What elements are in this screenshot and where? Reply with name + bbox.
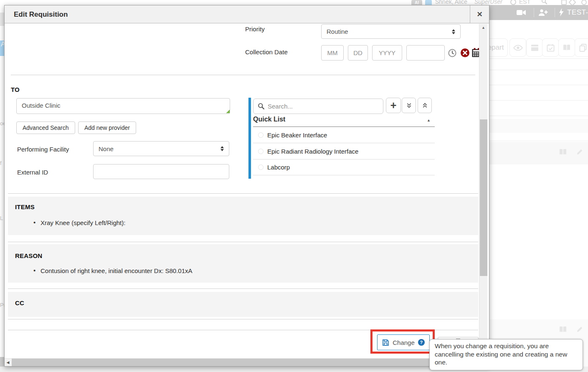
- environment-bar: TEST-: [489, 5, 588, 20]
- provider-search-input[interactable]: [268, 103, 372, 110]
- section-divider: [11, 75, 475, 75]
- chart-button[interactable]: [558, 38, 575, 57]
- book-icon[interactable]: [559, 149, 567, 155]
- background-left-edge: A oe f L Pr er: [0, 5, 4, 367]
- horizontal-scroll-thumb[interactable]: [12, 359, 476, 366]
- external-id-input[interactable]: [93, 164, 229, 179]
- toolbar-arrow-icon: [568, 0, 576, 5]
- double-chevron-down-icon: [406, 102, 412, 109]
- external-id-label: External ID: [17, 169, 48, 176]
- timezone-label: EST: [519, 0, 530, 5]
- scroll-up-arrow[interactable]: ▲: [479, 24, 487, 31]
- copy-icon: [579, 44, 587, 52]
- archive-icon: [531, 44, 539, 51]
- radio-icon[interactable]: [258, 164, 264, 170]
- radio-icon[interactable]: [258, 132, 264, 138]
- cc-section: CC: [8, 292, 478, 317]
- page-root: AI Shnek, Alice SuperUser EST A oe f L P…: [0, 0, 588, 372]
- hidden-button-fragment: [0, 13, 4, 26]
- section-divider: [8, 288, 478, 289]
- scroll-left-arrow[interactable]: ◀: [5, 359, 11, 366]
- date-day-input[interactable]: [348, 45, 368, 61]
- clock-icon: [510, 0, 516, 5]
- radio-icon[interactable]: [258, 149, 264, 154]
- lightning-icon[interactable]: [559, 8, 564, 17]
- quick-list-title: Quick List: [253, 116, 285, 123]
- reason-section: REASON Contusion of right knee, initial …: [8, 244, 478, 283]
- clear-date-icon[interactable]: [461, 48, 469, 57]
- pencil-icon[interactable]: [576, 148, 583, 155]
- background-topbar: AI Shnek, Alice SuperUser EST: [0, 0, 588, 5]
- help-icon[interactable]: ?: [418, 339, 425, 346]
- date-month-input[interactable]: [321, 45, 344, 61]
- date-time-input[interactable]: [406, 45, 445, 61]
- pencil-icon[interactable]: [576, 326, 583, 333]
- reason-entry: Contusion of right knee, initial encount…: [41, 267, 193, 274]
- reason-heading: REASON: [15, 252, 42, 259]
- collection-date-label: Collection Date: [245, 48, 288, 56]
- quick-list-item[interactable]: Epic Radiant Radiology Interface: [253, 143, 435, 159]
- change-label: Change: [393, 339, 415, 346]
- section-divider: [8, 242, 478, 242]
- recipient-textarea[interactable]: Outside Clinic: [16, 98, 230, 114]
- collapse-all-button[interactable]: [418, 98, 432, 113]
- add-person-icon[interactable]: [538, 9, 549, 16]
- save-icon: [382, 339, 389, 346]
- item-entry: Xray Knee (specify Left/Right):: [41, 219, 125, 226]
- section-divider: [8, 330, 478, 330]
- priority-value: Routine: [327, 28, 452, 35]
- performing-facility-select[interactable]: None: [93, 141, 229, 156]
- priority-select[interactable]: Routine: [321, 24, 461, 39]
- to-heading: TO: [11, 86, 20, 93]
- section-divider: [8, 193, 478, 194]
- close-icon: ✕: [476, 10, 482, 18]
- change-tooltip: When you change a requisition, you are c…: [429, 339, 583, 370]
- advanced-search-button[interactable]: Advanced Search: [16, 121, 75, 134]
- select-arrows-icon: [452, 29, 455, 34]
- scroll-track-fragment: [0, 357, 4, 367]
- cc-heading: CC: [15, 299, 24, 306]
- toolbar-globe-icon: [581, 0, 587, 5]
- collapse-section-icon[interactable]: ▲: [427, 118, 431, 122]
- quick-list-item[interactable]: Labcorp: [253, 159, 435, 175]
- resize-grip-icon[interactable]: [226, 109, 230, 113]
- environment-label: TEST-: [567, 8, 588, 17]
- add-provider-button[interactable]: +: [386, 98, 401, 113]
- items-section: ITEMS Xray Knee (specify Left/Right):: [8, 197, 478, 235]
- schedule-button[interactable]: [542, 38, 559, 57]
- date-year-input[interactable]: [372, 45, 402, 61]
- expand-all-button[interactable]: [402, 98, 416, 113]
- items-heading: ITEMS: [15, 203, 35, 210]
- background-content: TEST- epart: [489, 5, 588, 367]
- ai-badge: AI: [411, 0, 422, 5]
- active-tab-fragment: A: [0, 40, 4, 56]
- toolbar-glyph-icon: [561, 0, 567, 5]
- double-chevron-up-icon: [422, 102, 428, 109]
- provider-search-box: [253, 99, 383, 114]
- search-icon: [541, 0, 547, 5]
- quick-list-header: Quick List ▲: [253, 116, 435, 127]
- book-icon[interactable]: [559, 326, 567, 333]
- depart-button[interactable]: epart: [489, 38, 508, 57]
- priority-label: Priority: [245, 25, 265, 33]
- search-icon: [258, 103, 265, 110]
- app-square-icon: [425, 0, 432, 5]
- user-role: SuperUser: [474, 0, 502, 5]
- modal-title: Edit Requisition: [14, 5, 68, 23]
- panel-accent-bar: [248, 98, 251, 179]
- vertical-scrollbar[interactable]: ▲: [479, 24, 487, 358]
- performing-facility-value: None: [99, 145, 220, 152]
- eye-icon: [513, 45, 523, 51]
- view-button[interactable]: [509, 38, 526, 57]
- time-clock-icon[interactable]: [448, 49, 456, 57]
- copy-button[interactable]: [575, 38, 588, 57]
- horizontal-scrollbar[interactable]: ◀: [5, 358, 479, 366]
- close-button[interactable]: ✕: [470, 5, 489, 23]
- edit-requisition-modal: Edit Requisition ✕ Priority Routine Coll…: [4, 5, 489, 367]
- vertical-scroll-thumb[interactable]: [480, 119, 487, 276]
- add-new-provider-button[interactable]: Add new provider: [78, 121, 136, 134]
- quick-list-item[interactable]: Epic Beaker Interface: [253, 127, 435, 143]
- change-button[interactable]: Change ?: [377, 334, 430, 350]
- archive-button[interactable]: [526, 38, 543, 57]
- video-camera-icon[interactable]: [516, 9, 526, 16]
